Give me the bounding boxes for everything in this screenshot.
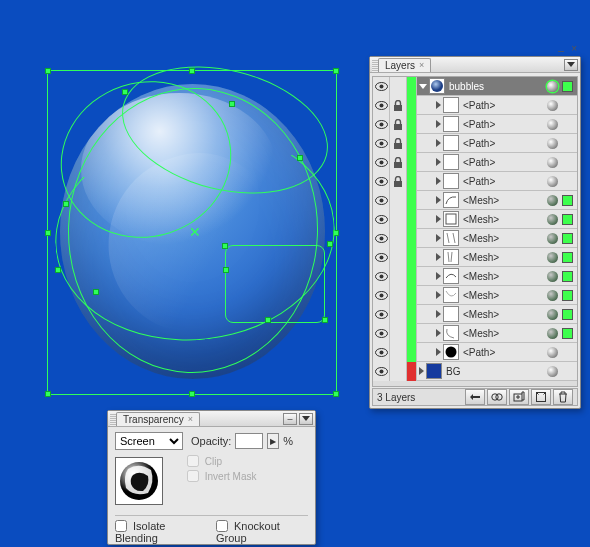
visibility-toggle[interactable]	[373, 172, 390, 191]
sublayer-row[interactable]: <Mesh>	[373, 229, 577, 248]
panel-minimize-button[interactable]: –	[558, 44, 564, 56]
sublayer-row[interactable]: <Mesh>	[373, 248, 577, 267]
target-icon[interactable]	[547, 271, 558, 282]
visibility-toggle[interactable]	[373, 115, 390, 134]
opacity-thumbnail[interactable]	[115, 457, 163, 505]
layer-label[interactable]: <Mesh>	[459, 328, 545, 339]
make-clipping-mask-button[interactable]	[487, 389, 507, 405]
visibility-toggle[interactable]	[373, 134, 390, 153]
target-icon[interactable]	[547, 176, 558, 187]
visibility-toggle[interactable]	[373, 191, 390, 210]
layer-thumbnail[interactable]	[443, 249, 459, 265]
target-icon[interactable]	[547, 233, 558, 244]
expand-toggle-icon[interactable]	[436, 348, 441, 356]
panel-grip-icon[interactable]	[372, 60, 378, 72]
layer-thumbnail[interactable]	[443, 306, 459, 322]
sublayer-row[interactable]: <Path>	[373, 153, 577, 172]
expand-toggle-icon[interactable]	[436, 234, 441, 242]
layer-label[interactable]: <Path>	[459, 100, 545, 111]
close-tab-icon[interactable]: ×	[419, 60, 424, 70]
visibility-toggle[interactable]	[373, 229, 390, 248]
isolate-blending-row[interactable]: Isolate Blending	[115, 520, 206, 544]
target-icon[interactable]	[547, 119, 558, 130]
panel-menu-button[interactable]	[564, 59, 578, 71]
target-icon[interactable]	[547, 157, 558, 168]
selection-indicator[interactable]	[562, 81, 573, 92]
lock-toggle[interactable]	[390, 362, 407, 381]
lock-toggle[interactable]	[390, 267, 407, 286]
sublayer-row[interactable]: <Mesh>	[373, 286, 577, 305]
lock-toggle[interactable]	[390, 343, 407, 362]
selection-indicator[interactable]	[562, 328, 573, 339]
expand-toggle-icon[interactable]	[436, 215, 441, 223]
lock-toggle[interactable]	[390, 210, 407, 229]
target-icon[interactable]	[547, 195, 558, 206]
layer-thumbnail[interactable]	[443, 116, 459, 132]
lock-toggle[interactable]	[390, 324, 407, 343]
sublayer-row[interactable]: <Mesh>	[373, 305, 577, 324]
layer-thumbnail[interactable]	[443, 135, 459, 151]
visibility-toggle[interactable]	[373, 153, 390, 172]
selection-indicator[interactable]	[562, 138, 573, 149]
new-layer-button[interactable]	[531, 389, 551, 405]
visibility-toggle[interactable]	[373, 210, 390, 229]
expand-toggle-icon[interactable]	[436, 158, 441, 166]
transparency-panel[interactable]: Transparency × – Screen Opacity: ▶ %	[107, 410, 316, 545]
layer-thumbnail[interactable]	[443, 325, 459, 341]
lock-toggle[interactable]	[390, 96, 407, 115]
layer-label[interactable]: <Mesh>	[459, 214, 545, 225]
expand-toggle-icon[interactable]	[419, 367, 424, 375]
expand-toggle-icon[interactable]	[436, 310, 441, 318]
target-icon[interactable]	[547, 252, 558, 263]
layer-thumbnail[interactable]	[443, 211, 459, 227]
selection-indicator[interactable]	[562, 309, 573, 320]
selection-indicator[interactable]	[562, 290, 573, 301]
tab-transparency[interactable]: Transparency ×	[116, 412, 200, 426]
selection-indicator[interactable]	[562, 347, 573, 358]
target-icon[interactable]	[547, 138, 558, 149]
lock-toggle[interactable]	[390, 248, 407, 267]
selection-indicator[interactable]	[562, 157, 573, 168]
selection-indicator[interactable]	[562, 214, 573, 225]
layer-thumbnail[interactable]	[443, 97, 459, 113]
lock-toggle[interactable]	[390, 229, 407, 248]
layer-label[interactable]: <Path>	[459, 138, 545, 149]
lock-toggle[interactable]	[390, 115, 407, 134]
sublayer-row[interactable]: <Path>	[373, 115, 577, 134]
panel-menu-button[interactable]	[299, 413, 313, 425]
lock-toggle[interactable]	[390, 191, 407, 210]
visibility-toggle[interactable]	[373, 248, 390, 267]
selection-indicator[interactable]	[562, 252, 573, 263]
lock-toggle[interactable]	[390, 305, 407, 324]
sublayer-row[interactable]: <Path>	[373, 172, 577, 191]
layer-label[interactable]: <Path>	[459, 347, 545, 358]
knockout-group-checkbox[interactable]	[216, 520, 228, 532]
layer-thumbnail[interactable]	[443, 173, 459, 189]
expand-toggle-icon[interactable]	[436, 139, 441, 147]
panel-close-button[interactable]: ×	[571, 43, 577, 54]
layer-label[interactable]: <Mesh>	[459, 233, 545, 244]
layer-label[interactable]: <Mesh>	[459, 252, 545, 263]
sublayer-row[interactable]: <Path>	[373, 134, 577, 153]
expand-toggle-icon[interactable]	[436, 101, 441, 109]
opacity-input[interactable]	[235, 433, 263, 449]
visibility-toggle[interactable]	[373, 286, 390, 305]
target-icon[interactable]	[547, 81, 558, 92]
layer-row[interactable]: bubbles	[373, 77, 577, 96]
expand-toggle-icon[interactable]	[436, 329, 441, 337]
lock-toggle[interactable]	[390, 134, 407, 153]
expand-toggle-icon[interactable]	[436, 196, 441, 204]
visibility-toggle[interactable]	[373, 324, 390, 343]
target-icon[interactable]	[547, 347, 558, 358]
layer-label[interactable]: <Mesh>	[459, 195, 545, 206]
selection-indicator[interactable]	[562, 366, 573, 377]
layer-label[interactable]: <Path>	[459, 176, 545, 187]
sublayer-row[interactable]: <Mesh>	[373, 267, 577, 286]
layer-thumbnail[interactable]	[443, 268, 459, 284]
selection-indicator[interactable]	[562, 195, 573, 206]
lock-toggle[interactable]	[390, 172, 407, 191]
target-icon[interactable]	[547, 100, 558, 111]
layer-label[interactable]: <Mesh>	[459, 290, 545, 301]
visibility-toggle[interactable]	[373, 77, 390, 96]
selection-indicator[interactable]	[562, 271, 573, 282]
